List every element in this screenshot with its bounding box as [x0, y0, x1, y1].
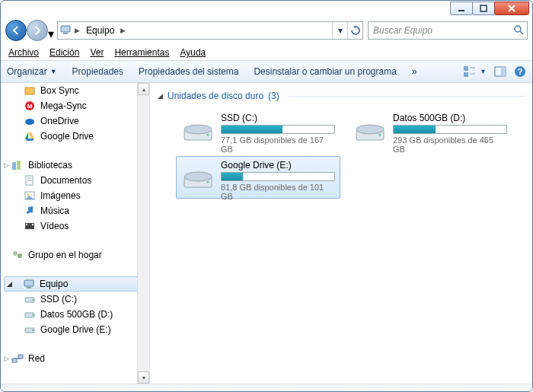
forward-button[interactable]	[27, 20, 48, 41]
sidebar-item-videos[interactable]: Vídeos	[1, 218, 149, 234]
menu-file[interactable]: Archivo	[8, 47, 39, 58]
sidebar-item-mega[interactable]: MMega-Sync	[1, 98, 149, 113]
network-icon	[11, 352, 24, 365]
minimize-button[interactable]	[450, 2, 473, 15]
svg-text:M: M	[27, 103, 33, 110]
organize-button[interactable]: Organizar ▼	[7, 66, 57, 77]
homegroup-icon	[11, 249, 24, 261]
svg-rect-14	[25, 88, 34, 94]
sidebar-item-drive-e[interactable]: Google Drive (E:)	[1, 322, 149, 337]
svg-rect-0	[458, 10, 464, 11]
uninstall-button[interactable]: Desinstalar o cambiar un programa	[254, 66, 396, 77]
capacity-bar	[393, 125, 507, 134]
navigation-pane: Box Sync MMega-Sync OneDrive Google Driv…	[1, 83, 150, 384]
svg-rect-3	[63, 33, 68, 34]
menu-help[interactable]: Ayuda	[180, 47, 206, 58]
sidebar-header-homegroup[interactable]: Grupo en el hogar	[1, 247, 149, 263]
scroll-up-button[interactable]: ▴	[138, 83, 149, 95]
address-dropdown-icon[interactable]: ▾	[332, 22, 347, 39]
search-placeholder: Buscar Equipo	[372, 25, 513, 36]
svg-rect-2	[61, 26, 70, 32]
menu-tools[interactable]: Herramientas	[114, 47, 169, 58]
svg-rect-31	[27, 287, 31, 288]
hdd-icon	[181, 160, 215, 193]
sidebar-item-drive-c[interactable]: SSD (C:)	[1, 292, 149, 307]
sidebar-item-images[interactable]: Imágenes	[1, 188, 149, 203]
nav-buttons: ▾	[5, 19, 53, 42]
svg-rect-11	[501, 67, 506, 76]
images-icon	[24, 190, 36, 202]
breadcrumb-segment[interactable]: Equipo	[81, 25, 119, 36]
music-icon	[24, 205, 36, 217]
svg-point-33	[32, 299, 34, 301]
refresh-button[interactable]	[347, 22, 362, 39]
svg-rect-39	[18, 355, 23, 359]
maximize-button[interactable]	[472, 2, 495, 15]
drive-name: Datos 500GB (D:)	[393, 113, 507, 123]
expand-icon[interactable]: ◢	[7, 280, 12, 288]
sidebar-item-gdrive[interactable]: Google Drive	[1, 129, 149, 144]
properties-button[interactable]: Propiedades	[72, 66, 123, 77]
svg-point-49	[207, 181, 209, 183]
preview-pane-button[interactable]	[494, 66, 506, 77]
search-box[interactable]: Buscar Equipo	[368, 21, 528, 40]
svg-rect-7	[464, 72, 468, 77]
collapse-group-icon[interactable]: ◢	[158, 92, 163, 100]
group-count: (3)	[268, 91, 279, 101]
drive-name: Google Drive (E:)	[221, 160, 335, 171]
back-button[interactable]	[5, 20, 27, 41]
drive-icon	[24, 308, 36, 320]
close-button[interactable]	[494, 2, 529, 15]
group-title: Unidades de disco duro	[168, 91, 263, 101]
content-pane: ◢ Unidades de disco duro (3) SSD (C:) 77…	[150, 83, 532, 384]
sidebar-item-boxsync[interactable]: Box Sync	[1, 83, 149, 98]
onedrive-icon	[24, 115, 36, 127]
svg-rect-38	[12, 359, 17, 362]
history-dropdown-icon[interactable]: ▾	[48, 27, 56, 41]
svg-rect-18	[12, 162, 16, 170]
help-button[interactable]: ?	[514, 65, 526, 78]
computer-icon	[23, 278, 35, 290]
menu-bar: Archivo Edición Ver Herramientas Ayuda	[1, 45, 532, 60]
svg-rect-19	[17, 161, 21, 170]
drive-item-e[interactable]: Google Drive (E:) 81,8 GB disponibles de…	[176, 156, 340, 199]
svg-text:?: ?	[518, 67, 523, 76]
menu-edit[interactable]: Edición	[49, 47, 79, 58]
drive-item-d[interactable]: Datos 500GB (D:) 293 GB disponibles de 4…	[348, 109, 512, 151]
drive-item-c[interactable]: SSD (C:) 77,1 GB disponibles de 167 GB	[176, 109, 340, 151]
drive-list: SSD (C:) 77,1 GB disponibles de 167 GB D…	[156, 104, 526, 200]
group-header[interactable]: ◢ Unidades de disco duro (3)	[156, 88, 526, 104]
sidebar-item-music[interactable]: Música	[1, 203, 149, 218]
window-titlebar	[1, 1, 532, 16]
search-icon[interactable]	[513, 24, 524, 37]
sidebar-header-network[interactable]: ▷Red	[1, 351, 149, 366]
sidebar-header-computer[interactable]: ◢Equipo	[4, 276, 146, 292]
scroll-down-button[interactable]: ▾	[138, 371, 149, 384]
hdd-icon	[353, 113, 387, 146]
chevron-right-icon[interactable]: ▶	[119, 27, 127, 34]
drive-icon	[24, 323, 36, 336]
sidebar-item-onedrive[interactable]: OneDrive	[1, 113, 149, 129]
mega-icon: M	[24, 100, 36, 112]
system-properties-button[interactable]: Propiedades del sistema	[139, 66, 238, 77]
address-bar[interactable]: ▶ Equipo ▶ ▾	[57, 21, 363, 40]
navigation-row: ▾ ▶ Equipo ▶ ▾ Buscar Equipo	[1, 16, 532, 45]
overflow-button[interactable]: »	[412, 66, 417, 77]
svg-line-5	[520, 31, 523, 34]
computer-icon	[58, 24, 73, 37]
videos-icon	[24, 220, 36, 232]
sidebar-item-drive-d[interactable]: Datos 500GB (D:)	[1, 307, 149, 322]
svg-rect-27	[32, 224, 34, 225]
details-pane: Google Drive (E:) Disco local Espacio us…	[1, 384, 532, 392]
drive-name: SSD (C:)	[221, 113, 335, 123]
drive-subtitle: 293 GB disponibles de 465 GB	[393, 135, 507, 154]
sidebar-scrollbar[interactable]: ▴ ▾	[137, 83, 149, 384]
chevron-right-icon[interactable]: ▶	[73, 27, 81, 34]
sidebar-header-libraries[interactable]: ▷Bibliotecas	[1, 158, 149, 173]
view-mode-button[interactable]: ▼	[463, 65, 487, 78]
menu-view[interactable]: Ver	[90, 47, 104, 58]
collapse-icon[interactable]: ▷	[4, 161, 9, 169]
sidebar-item-documents[interactable]: Documentos	[1, 173, 149, 188]
collapse-icon[interactable]: ▷	[4, 355, 9, 362]
svg-rect-6	[464, 66, 468, 71]
